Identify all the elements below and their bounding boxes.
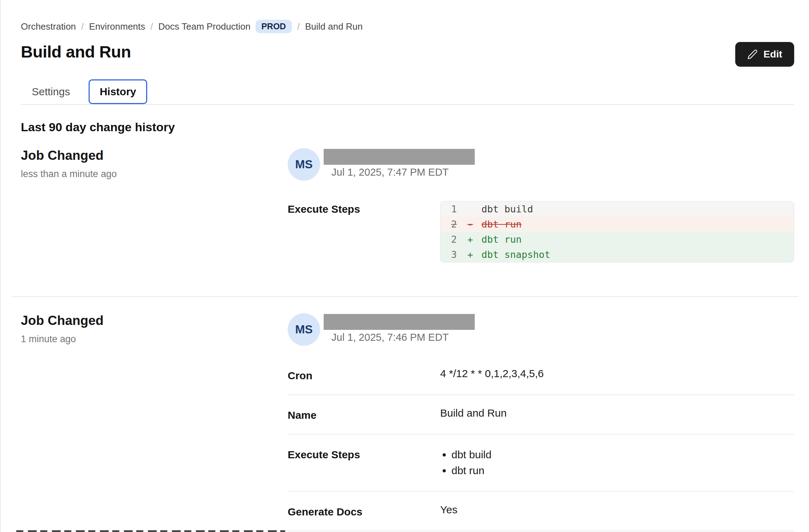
field-row-name: NameBuild and Run	[288, 395, 794, 435]
page-title: Build and Run	[21, 42, 131, 61]
entry-author-row: MSJul 1, 2025, 7:47 PM EDT	[288, 148, 794, 181]
entry-detail: MSJul 1, 2025, 7:47 PM EDTExecute Steps1…	[288, 148, 794, 262]
redacted-username	[324, 314, 475, 330]
field-label: Generate Docs	[288, 504, 440, 518]
history-entry: Job Changed1 minute agoMSJul 1, 2025, 7:…	[21, 313, 794, 531]
diff-line-added: 3+dbt snapshot	[441, 247, 794, 262]
entry-relative-time: less than a minute ago	[21, 169, 288, 180]
diff-line-added: 2+dbt run	[441, 232, 794, 247]
diff-line-number: 3	[451, 249, 467, 260]
field-row-generate-docs: Generate DocsYes	[288, 492, 794, 531]
breadcrumb-separator: /	[150, 21, 153, 32]
history-entry: Job Changedless than a minute agoMSJul 1…	[21, 148, 794, 262]
entry-relative-time: 1 minute ago	[21, 334, 288, 345]
diff-code: -dbt run	[467, 219, 522, 230]
diff-code-text: dbt snapshot	[481, 249, 550, 260]
field-label: Execute Steps	[288, 201, 440, 215]
entry-author-row: MSJul 1, 2025, 7:46 PM EDT	[288, 313, 794, 346]
field-value: Yes	[440, 504, 794, 516]
redacted-username	[324, 149, 475, 165]
breadcrumb-item-environments[interactable]: Environments	[89, 21, 145, 32]
cutoff-next-entry-text	[16, 530, 285, 532]
breadcrumb-item-docs-team-production[interactable]: Docs Team Production	[158, 21, 251, 32]
field-value: Build and Run	[440, 407, 794, 419]
tab-history[interactable]: History	[89, 79, 147, 104]
edit-button-label: Edit	[763, 49, 782, 60]
pencil-icon	[747, 49, 758, 60]
diff-marker: +	[467, 249, 481, 260]
entry-timestamp: Jul 1, 2025, 7:47 PM EDT	[324, 167, 475, 178]
edit-button[interactable]: Edit	[735, 42, 794, 67]
section-heading: Last 90 day change history	[21, 120, 794, 134]
entry-summary: Job Changed1 minute ago	[21, 313, 288, 345]
field-label: Cron	[288, 368, 440, 382]
breadcrumb-current: Build and Run	[305, 21, 362, 32]
entry-title: Job Changed	[21, 148, 288, 163]
execute-steps-diff: 1dbt build2-dbt run2+dbt run3+dbt snapsh…	[440, 201, 794, 262]
diff-code: dbt build	[467, 204, 533, 214]
breadcrumb-separator: /	[81, 21, 84, 32]
diff-code-text: dbt run	[481, 234, 522, 245]
author-meta: Jul 1, 2025, 7:47 PM EDT	[324, 148, 475, 178]
field-value: 1dbt build2-dbt run2+dbt run3+dbt snapsh…	[440, 201, 794, 262]
job-history-page: Orchestration/Environments/Docs Team Pro…	[1, 19, 809, 531]
user-avatar: MS	[288, 148, 320, 181]
diff-line-number: 2	[451, 219, 467, 230]
list-item: dbt run	[451, 463, 794, 478]
entry-summary: Job Changedless than a minute ago	[21, 148, 288, 180]
diff-code: +dbt run	[467, 234, 522, 245]
diff-marker	[467, 204, 481, 214]
tab-label: Settings	[32, 86, 70, 98]
field-row-execute-steps: Execute Steps1dbt build2-dbt run2+dbt ru…	[288, 201, 794, 262]
diff-code-text: dbt run	[481, 219, 522, 230]
field-value: dbt builddbt run	[440, 447, 794, 478]
list-item: dbt build	[451, 447, 794, 463]
diff-line-removed: 2-dbt run	[441, 217, 794, 232]
change-fields: Cron4 */12 * * 0,1,2,3,4,5,6NameBuild an…	[288, 356, 794, 531]
diff-line-number: 2	[451, 234, 467, 245]
breadcrumb: Orchestration/Environments/Docs Team Pro…	[21, 19, 794, 34]
author-meta: Jul 1, 2025, 7:46 PM EDT	[324, 313, 475, 343]
entry-detail: MSJul 1, 2025, 7:46 PM EDTCron4 */12 * *…	[288, 313, 794, 531]
diff-code-text: dbt build	[481, 204, 533, 214]
field-label: Name	[288, 407, 440, 421]
diff-line-number: 1	[451, 204, 467, 214]
tab-bar: SettingsHistory	[21, 79, 794, 105]
field-value: 4 */12 * * 0,1,2,3,4,5,6	[440, 368, 794, 380]
field-row-cron: Cron4 */12 * * 0,1,2,3,4,5,6	[288, 356, 794, 395]
execute-steps-list: dbt builddbt run	[440, 447, 794, 478]
tab-settings[interactable]: Settings	[21, 79, 81, 104]
diff-line-context: 1dbt build	[441, 201, 794, 217]
user-avatar: MS	[288, 313, 320, 346]
page-header: Build and Run Edit	[21, 42, 794, 67]
field-label: Execute Steps	[288, 447, 440, 461]
env-prod-badge: PROD	[256, 20, 292, 33]
tab-label: History	[100, 86, 136, 98]
diff-marker: -	[467, 219, 481, 230]
entry-divider	[11, 296, 798, 297]
field-row-execute-steps: Execute Stepsdbt builddbt run	[288, 435, 794, 492]
diff-code: +dbt snapshot	[467, 249, 550, 260]
breadcrumb-item-orchestration[interactable]: Orchestration	[21, 21, 76, 32]
diff-marker: +	[467, 234, 481, 245]
entry-title: Job Changed	[21, 313, 288, 328]
entry-timestamp: Jul 1, 2025, 7:46 PM EDT	[324, 332, 475, 343]
breadcrumb-separator: /	[297, 21, 300, 32]
